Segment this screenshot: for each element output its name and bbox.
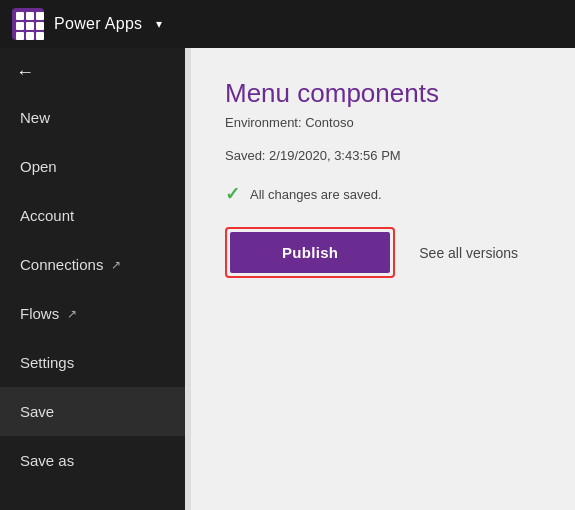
top-bar: Power Apps ▾	[0, 0, 575, 48]
sidebar-item-new[interactable]: New	[0, 93, 185, 142]
right-panel: Menu components Environment: Contoso Sav…	[185, 48, 575, 510]
sidebar: ← New Open Account Connections ↗ Flows ↗…	[0, 48, 185, 510]
sidebar-item-save[interactable]: Save	[0, 387, 185, 436]
page-title: Menu components	[225, 78, 545, 109]
external-link-icon: ↗	[67, 307, 77, 321]
checkmark-icon: ✓	[225, 183, 240, 205]
changes-saved-row: ✓ All changes are saved.	[225, 183, 545, 205]
main-content: ← New Open Account Connections ↗ Flows ↗…	[0, 48, 575, 510]
see-all-versions-link[interactable]: See all versions	[419, 245, 518, 261]
sidebar-item-flows[interactable]: Flows ↗	[0, 289, 185, 338]
publish-button-wrapper: Publish	[225, 227, 395, 278]
back-button[interactable]: ←	[0, 52, 185, 93]
panel-content: Menu components Environment: Contoso Sav…	[215, 78, 545, 278]
action-row: Publish See all versions	[225, 227, 545, 278]
changes-saved-text: All changes are saved.	[250, 187, 382, 202]
sidebar-item-save-as[interactable]: Save as	[0, 436, 185, 485]
scroll-indicator	[185, 48, 191, 510]
app-title-caret[interactable]: ▾	[156, 17, 162, 31]
sidebar-item-open[interactable]: Open	[0, 142, 185, 191]
waffle-icon[interactable]	[12, 8, 44, 40]
sidebar-item-connections[interactable]: Connections ↗	[0, 240, 185, 289]
environment-label: Environment: Contoso	[225, 115, 545, 130]
saved-time-label: Saved: 2/19/2020, 3:43:56 PM	[225, 148, 545, 163]
sidebar-item-settings[interactable]: Settings	[0, 338, 185, 387]
external-link-icon: ↗	[111, 258, 121, 272]
sidebar-item-account[interactable]: Account	[0, 191, 185, 240]
publish-button[interactable]: Publish	[230, 232, 390, 273]
app-title: Power Apps	[54, 15, 142, 33]
